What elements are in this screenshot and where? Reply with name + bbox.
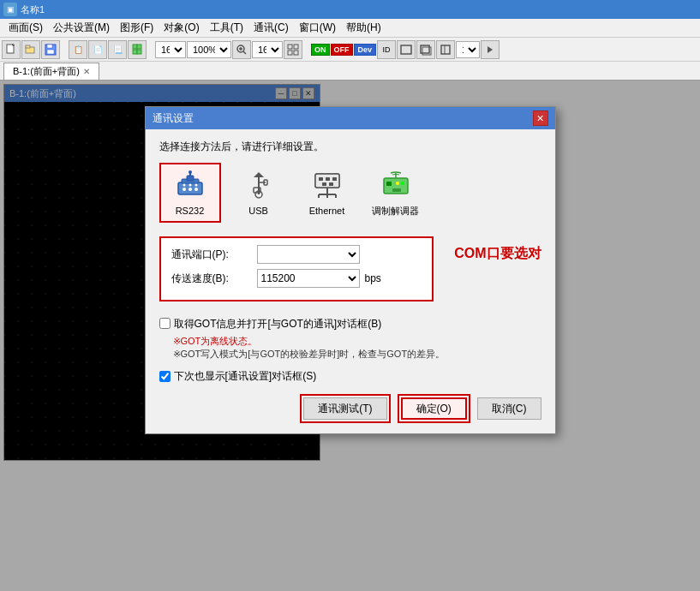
app-title: 名称1 [21,3,45,16]
app-icon: ▣ [3,3,17,16]
confirm-btn-wrapper: 确定(O) [398,394,470,423]
svg-point-61 [401,182,404,185]
tab-bar: B-1:(前面+背面) ✕ [0,62,700,81]
port-row: 通讯端口(P): [171,245,422,264]
grid-btn[interactable] [284,40,302,59]
svg-point-33 [194,188,198,191]
dev-indicator: Dev [354,44,377,56]
check2-checkbox[interactable] [159,371,171,382]
svg-point-32 [188,188,192,191]
menu-object[interactable]: 对象(O) [159,19,204,37]
toolbar: 📋 📄 📃 16 100% 16 ON OFF Dev ID [0,38,700,62]
check1-label: 取得GOT信息并打开[与GOT的通讯]对话框(B) [174,317,382,331]
check2-row: 下次也显示[通讯设置]对话框(S) [159,369,541,384]
svg-rect-16 [288,51,292,55]
port-select[interactable] [257,245,360,264]
menu-window[interactable]: 窗口(W) [294,19,341,37]
menu-comm[interactable]: 通讯(C) [248,19,294,37]
dialog-instruction: 选择连接方法后，请进行详细设置。 [159,140,541,154]
svg-point-34 [182,184,185,187]
rs232-label: RS232 [176,206,205,216]
svg-rect-4 [47,45,52,48]
app-window: ▣ 名称1 画面(S) 公共设置(M) 图形(F) 对象(O) 工具(T) 通讯… [0,0,700,591]
page-select[interactable]: 1 [456,41,480,58]
svg-rect-7 [137,45,141,49]
check1-sub2: ※GOT写入模式为[与GOT的校验差异时]时，检查与GOT的差异。 [173,348,541,361]
dialog-title-label: 通讯设置 [153,111,194,126]
menu-common[interactable]: 公共设置(M) [48,19,115,37]
tab-label: B-1:(前面+背面) [13,65,80,78]
toolbar-btn-new[interactable] [2,40,21,59]
svg-rect-51 [322,182,326,186]
baud-select[interactable]: 115200 [257,269,360,288]
comm-settings-dialog: 通讯设置 ✕ 选择连接方法后，请进行详细设置。 [145,106,556,434]
conn-method-rs232[interactable]: RS232 [159,163,221,223]
dialog-close-btn[interactable]: ✕ [533,110,548,126]
toolbar-btn-7[interactable] [416,40,435,59]
conn-method-usb[interactable]: USB [228,163,290,223]
ethernet-label: Ethernet [309,206,345,216]
comm-test-btn[interactable]: 通讯测试(T) [303,397,386,420]
toolbar-btn-1[interactable]: 📋 [69,40,87,59]
conn-method-modem[interactable]: 调制解调器 [365,163,427,223]
svg-rect-52 [329,182,333,186]
conn-method-ethernet[interactable]: Ethernet [296,163,358,223]
usb-label: USB [248,206,268,216]
svg-rect-50 [332,177,337,181]
zoom-value-select[interactable]: 16 [155,41,186,58]
svg-point-35 [188,184,191,187]
svg-rect-14 [288,45,292,49]
menu-help[interactable]: 帮助(H) [341,19,386,37]
on-indicator: ON [311,44,330,56]
toolbar-btn-8[interactable] [436,40,455,59]
ethernet-icon [311,170,344,202]
test-btn-wrapper: 通讯测试(T) [300,394,390,423]
toolbar-btn-2[interactable]: 📄 [88,40,107,59]
toolbar-btn-4[interactable] [128,40,147,59]
svg-rect-6 [133,45,137,49]
menu-screen[interactable]: 画面(S) [3,19,48,37]
tab-b1[interactable]: B-1:(前面+背面) ✕ [3,63,99,80]
svg-rect-63 [392,188,401,192]
toolbar-btn-3[interactable]: 📃 [108,40,127,59]
check1-checkbox[interactable] [159,318,171,329]
tab-close-btn[interactable]: ✕ [83,67,90,76]
svg-rect-37 [187,176,194,181]
svg-point-36 [194,184,197,187]
toolbar-btn-5[interactable]: ID [377,40,396,59]
menu-tools[interactable]: 工具(T) [205,19,248,37]
dialog-title-bar: 通讯设置 ✕ [146,107,555,129]
toolbar-btn-arrow[interactable] [481,40,500,59]
baud-row: 传送速度(B): 115200 bps [171,269,422,288]
modem-label: 调制解调器 [372,205,419,218]
toolbar-btn-6[interactable] [397,40,416,59]
menu-bar: 画面(S) 公共设置(M) 图形(F) 对象(O) 工具(T) 通讯(C) 窗口… [0,19,700,38]
zoom-percent-select[interactable]: 100% [187,41,231,58]
modem-icon [380,169,412,201]
port-label: 通讯端口(P): [171,248,257,262]
cancel-btn[interactable]: 取消(C) [477,397,541,420]
svg-rect-2 [26,45,30,48]
rs232-icon [174,170,206,202]
toolbar-btn-save[interactable] [41,40,60,59]
dialog-content: 选择连接方法后，请进行详细设置。 [146,129,555,433]
svg-marker-41 [254,172,264,177]
check1-row: 取得GOT信息并打开[与GOT的通讯]对话框(B) [159,317,541,331]
toolbar-btn-open[interactable] [21,40,40,59]
button-row: 通讯测试(T) 确定(O) 取消(C) [159,394,541,423]
usb-icon [242,170,275,202]
check2-label: 下次也显示[通讯设置]对话框(S) [174,369,317,384]
menu-graphics[interactable]: 图形(F) [115,19,159,37]
svg-rect-17 [294,51,298,55]
svg-rect-59 [386,182,392,186]
svg-line-11 [243,51,246,54]
svg-marker-23 [488,46,493,53]
title-bar: ▣ 名称1 [0,0,700,19]
grid-select[interactable]: 16 [252,41,283,58]
svg-rect-15 [294,45,298,49]
zoom-in-btn[interactable] [232,40,251,59]
off-indicator: OFF [331,44,353,56]
confirm-btn[interactable]: 确定(O) [401,397,467,420]
svg-rect-48 [319,177,323,181]
svg-rect-21 [441,45,450,54]
